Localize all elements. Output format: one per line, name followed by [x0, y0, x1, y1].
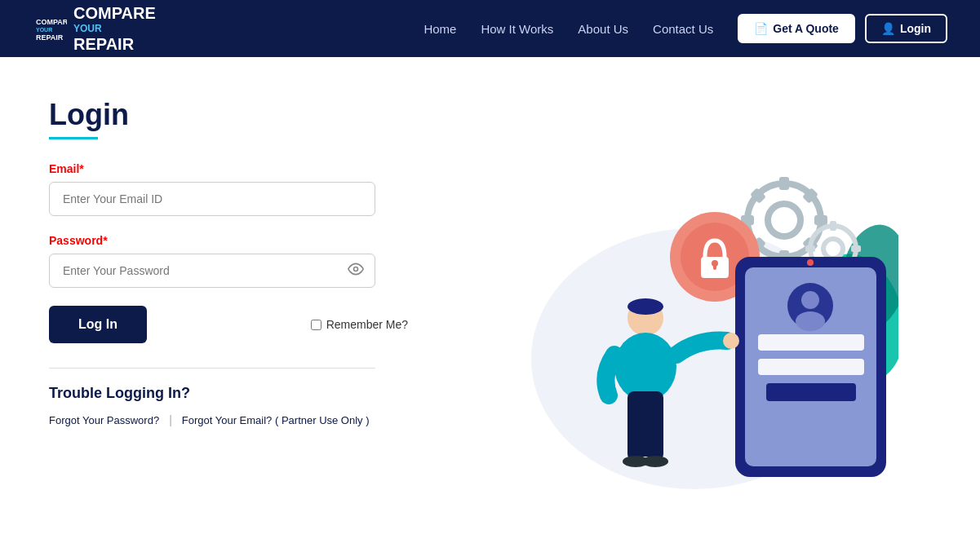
main-content: Login Email* Password* — [0, 57, 980, 543]
svg-rect-14 — [814, 215, 827, 225]
password-input[interactable] — [49, 254, 375, 288]
login-illustration — [474, 114, 898, 489]
trouble-heading: Trouble Logging In? — [49, 385, 408, 402]
svg-text:YOUR: YOUR — [36, 27, 52, 33]
get-quote-button[interactable]: 📄 Get A Quote — [738, 14, 855, 43]
nav-home[interactable]: Home — [423, 22, 456, 36]
nav-contact-us[interactable]: Contact Us — [653, 22, 713, 36]
nav-how-it-works[interactable]: How It Works — [481, 22, 553, 36]
quote-icon: 📄 — [754, 22, 768, 35]
logo-line1: COMPARE — [73, 3, 156, 23]
login-title: Login — [49, 98, 408, 132]
forgot-password-link[interactable]: Forgot Your Password? — [49, 414, 159, 426]
logo[interactable]: COMPARE YOUR REPAIR COMPARE YOUR REPAIR — [33, 3, 156, 54]
svg-rect-46 — [647, 416, 663, 461]
remember-checkbox[interactable] — [311, 320, 321, 330]
svg-text:COMPARE: COMPARE — [36, 18, 67, 26]
svg-rect-30 — [713, 263, 716, 270]
navbar: COMPARE YOUR REPAIR COMPARE YOUR REPAIR … — [0, 0, 980, 57]
divider — [49, 368, 375, 369]
svg-point-11 — [768, 204, 800, 236]
password-wrapper — [49, 254, 375, 288]
login-submit-button[interactable]: Log In — [49, 306, 147, 343]
nav-actions: 📄 Get A Quote 👤 Login — [738, 14, 947, 43]
password-group: Password* — [49, 234, 408, 288]
email-group: Email* — [49, 162, 408, 216]
email-label: Email* — [49, 162, 408, 175]
svg-point-21 — [823, 239, 843, 258]
nav-about-us[interactable]: About Us — [578, 22, 628, 36]
logo-line2: YOUR — [73, 23, 102, 34]
svg-point-35 — [801, 291, 819, 309]
toggle-password-icon[interactable] — [348, 261, 364, 280]
person-icon: 👤 — [881, 22, 895, 35]
login-nav-button[interactable]: 👤 Login — [865, 14, 947, 43]
svg-rect-25 — [805, 245, 815, 252]
svg-rect-24 — [851, 245, 861, 252]
svg-rect-38 — [758, 359, 864, 375]
svg-rect-12 — [779, 177, 789, 190]
svg-point-41 — [627, 298, 663, 315]
svg-rect-22 — [830, 221, 836, 231]
title-underline — [49, 137, 98, 139]
nav-links: Home How It Works About Us Contact Us — [423, 22, 713, 36]
remember-row: Log In Remember Me? — [49, 306, 408, 343]
login-section: Login Email* Password* — [49, 98, 441, 426]
svg-rect-39 — [766, 383, 856, 401]
svg-point-42 — [614, 333, 676, 401]
illustration-section — [441, 98, 931, 489]
svg-point-43 — [723, 333, 739, 349]
email-input[interactable] — [49, 182, 375, 216]
svg-text:REPAIR: REPAIR — [36, 33, 64, 42]
svg-point-36 — [796, 311, 825, 331]
svg-rect-37 — [758, 334, 864, 351]
link-divider: | — [169, 413, 172, 426]
forgot-email-link[interactable]: Forgot Your Email? ( Partner Use Only ) — [182, 414, 370, 426]
svg-rect-45 — [627, 416, 644, 461]
password-label: Password* — [49, 234, 408, 247]
svg-point-33 — [807, 259, 814, 266]
svg-point-48 — [642, 456, 668, 467]
remember-label[interactable]: Remember Me? — [311, 318, 408, 331]
bottom-links: Forgot Your Password? | Forgot Your Emai… — [49, 413, 408, 426]
svg-point-4 — [354, 267, 358, 272]
logo-line3: REPAIR — [73, 34, 156, 54]
